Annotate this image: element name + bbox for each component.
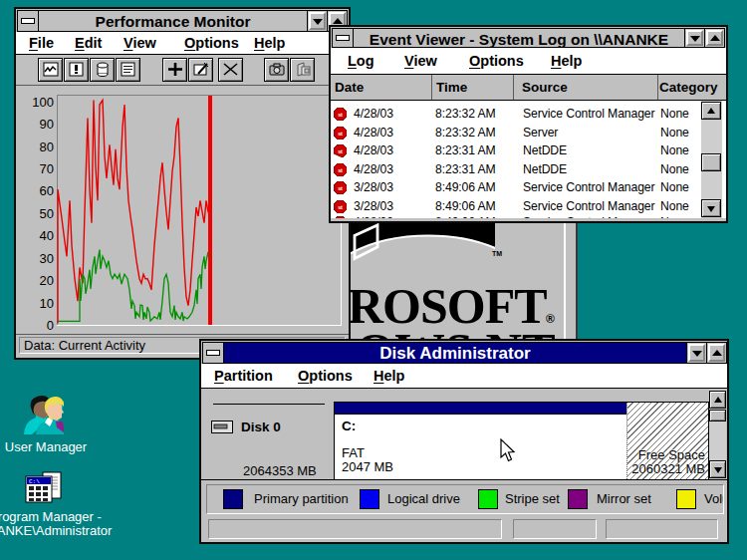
svg-text:C:\: C:\ (29, 478, 40, 485)
svg-text:st: st (338, 131, 343, 137)
svg-text:st: st (338, 112, 343, 118)
svg-text:st: st (338, 167, 343, 173)
svg-text:TM: TM (492, 250, 502, 257)
svg-text:st: st (338, 148, 343, 154)
svg-text:st: st (338, 204, 343, 210)
svg-text:st: st (338, 185, 343, 191)
